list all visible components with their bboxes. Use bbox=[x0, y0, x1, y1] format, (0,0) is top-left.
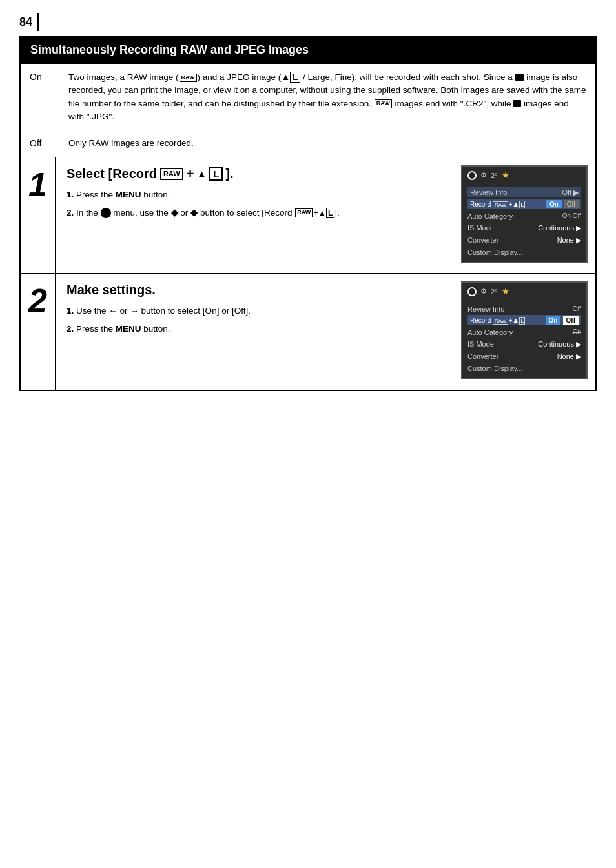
arr-sm-2: ▲ bbox=[512, 316, 519, 324]
menu-item-auto-cat-1: Auto Category On Off bbox=[467, 210, 581, 222]
step-1-instruction-2: 2. In the menu, use the ◆ or ◆ button to… bbox=[67, 206, 443, 220]
menu-item-converter-2: Converter None ▶ bbox=[467, 350, 581, 363]
is-mode-value-1: Continuous ▶ bbox=[538, 224, 581, 232]
menu-item-record-raw: Record RAW+▲L On Off bbox=[467, 199, 581, 209]
is-mode-value-2: Continuous ▶ bbox=[538, 340, 581, 348]
raw-icon2: RAW bbox=[375, 99, 392, 108]
step-1-menu-image: ⚙ 2° ★ Review Info Off ▶ Record RAW+▲L O… bbox=[453, 157, 595, 273]
menu-wrench-icon-2: ⚙ bbox=[480, 287, 487, 296]
custom-label-2: Custom Display... bbox=[467, 365, 522, 372]
step-2-menu-screenshot: ⚙ 2° ★ Review Info Off Record RAW+▲L On bbox=[461, 281, 588, 379]
l-badge-title: L bbox=[209, 167, 223, 181]
menu-top-icons-2: ⚙ 2° ★ bbox=[467, 287, 581, 299]
step-1-content: Select [Record RAW+▲L]. 1. Press the MEN… bbox=[56, 157, 453, 273]
converter-label-2: Converter bbox=[467, 352, 498, 361]
menu-camera-dot-2 bbox=[467, 287, 477, 296]
section-title: Simultaneously Recording RAW and JPEG Im… bbox=[20, 37, 596, 63]
off-badge-1: Off bbox=[564, 200, 579, 208]
step-1-title: Select [Record RAW+▲L]. bbox=[67, 167, 443, 181]
large-badge-title: ▲ bbox=[196, 168, 207, 180]
is-mode-label-2: IS Mode bbox=[467, 340, 494, 348]
review-info-label-2: Review Info bbox=[467, 305, 504, 313]
auto-cat-label-1: Auto Category bbox=[467, 212, 513, 220]
step-1-instruction-1: 1. Press the MENU button. bbox=[67, 188, 443, 202]
menu-item-review-info-2: Review Info Off bbox=[467, 303, 581, 315]
menu-camera-dot bbox=[467, 171, 477, 180]
raw-badge-2: RAW bbox=[295, 208, 313, 217]
table-row-on: On Two images, a RAW image (RAW) and a J… bbox=[21, 64, 596, 130]
off-label: Off bbox=[21, 130, 59, 157]
page-number-text: 84 bbox=[19, 15, 32, 29]
step-2-body: 1. Use the ← or → button to select [On] … bbox=[67, 304, 443, 336]
raw-icon: RAW bbox=[180, 74, 197, 83]
step-2-menu-image: ⚙ 2° ★ Review Info Off Record RAW+▲L On bbox=[453, 274, 595, 390]
is-mode-label-1: IS Mode bbox=[467, 224, 494, 232]
step-1-number: 1 bbox=[21, 157, 56, 273]
step-1-menu-screenshot: ⚙ 2° ★ Review Info Off ▶ Record RAW+▲L O… bbox=[461, 165, 588, 263]
menu-2dot-icon: 2° bbox=[491, 172, 498, 179]
menu-item-is-mode-1: IS Mode Continuous ▶ bbox=[467, 222, 581, 234]
jpeg-small-icon bbox=[513, 100, 521, 107]
table-row-off: Off Only RAW images are recorded. bbox=[21, 130, 596, 157]
page-container: 84 Simultaneously Recording RAW and JPEG… bbox=[0, 0, 616, 740]
custom-label-1: Custom Display... bbox=[467, 248, 522, 256]
step-2-instruction-2: 2. Press the MENU button. bbox=[67, 322, 443, 336]
camera-small-icon bbox=[515, 74, 524, 81]
raw-badge-title: RAW bbox=[160, 168, 183, 179]
menu-item-custom-1: Custom Display... bbox=[467, 247, 581, 258]
on-badge-1: On bbox=[546, 200, 562, 208]
record-raw-value-1: On Off bbox=[546, 200, 579, 208]
step-2-instruction-1: 1. Use the ← or → button to select [On] … bbox=[67, 304, 443, 318]
record-raw-value-2: On Off bbox=[546, 316, 579, 324]
review-info-value-1: Off ▶ bbox=[562, 188, 579, 197]
step-1-body: 1. Press the MENU button. 2. In the menu… bbox=[67, 188, 443, 219]
main-content-box: Simultaneously Recording RAW and JPEG Im… bbox=[19, 36, 597, 391]
step-2-number: 2 bbox=[21, 274, 56, 390]
large-icon: L bbox=[290, 72, 300, 83]
auto-cat-value-2: On bbox=[573, 328, 581, 336]
menu-top-icons-1: ⚙ 2° ★ bbox=[467, 170, 581, 183]
l-2: L bbox=[326, 208, 334, 218]
menu-star-icon: ★ bbox=[502, 170, 509, 180]
menu-wrench-icon: ⚙ bbox=[480, 171, 487, 179]
on-badge-2: On bbox=[546, 316, 561, 325]
menu-2dot-icon-2: 2° bbox=[491, 288, 498, 296]
bottom-whitespace bbox=[19, 404, 597, 727]
menu-item-review-info: Review Info Off ▶ bbox=[467, 187, 581, 197]
arrow-l: ▲ bbox=[318, 208, 326, 217]
off-badge-2: Off bbox=[563, 316, 579, 325]
converter-value-2: None ▶ bbox=[557, 352, 581, 361]
raw-sm: RAW bbox=[493, 201, 508, 208]
menu-item-auto-cat-2: Auto Category On bbox=[467, 327, 581, 338]
l-sm: L bbox=[519, 201, 525, 208]
menu-item-custom-2: Custom Display... bbox=[467, 363, 581, 374]
menu-item-is-mode-2: IS Mode Continuous ▶ bbox=[467, 338, 581, 350]
l-sm-2: L bbox=[519, 317, 525, 325]
camera-menu-icon bbox=[101, 208, 111, 218]
auto-cat-label-2: Auto Category bbox=[467, 328, 513, 336]
review-info-label-1: Review Info bbox=[470, 188, 507, 196]
step-2-content: Make settings. 1. Use the ← or → button … bbox=[56, 274, 453, 390]
converter-label-1: Converter bbox=[467, 236, 498, 245]
on-off-table: On Two images, a RAW image (RAW) and a J… bbox=[20, 63, 596, 157]
menu-item-record-raw-2: Record RAW+▲L On Off bbox=[467, 315, 581, 325]
record-raw-label-2: Record RAW+▲L bbox=[470, 316, 525, 324]
converter-value-1: None ▶ bbox=[557, 236, 581, 245]
raw-sm-2: RAW bbox=[493, 318, 508, 325]
off-description: Only RAW images are recorded. bbox=[59, 130, 596, 157]
jpeg-icon: ▲ bbox=[281, 72, 290, 82]
menu-item-converter-1: Converter None ▶ bbox=[467, 234, 581, 247]
steps-container: 1 Select [Record RAW+▲L]. 1. Press the M… bbox=[20, 157, 596, 390]
auto-cat-value-1: On Off bbox=[562, 212, 581, 220]
menu-star-icon-2: ★ bbox=[502, 287, 509, 296]
page-number: 84 bbox=[19, 13, 597, 31]
on-label: On bbox=[21, 64, 59, 130]
arr-sm: ▲ bbox=[512, 200, 519, 208]
review-info-value-2: Off bbox=[573, 305, 581, 313]
step-1-row: 1 Select [Record RAW+▲L]. 1. Press the M… bbox=[21, 157, 595, 274]
on-description: Two images, a RAW image (RAW) and a JPEG… bbox=[59, 64, 596, 130]
step-2-title: Make settings. bbox=[67, 283, 443, 298]
record-raw-label-1: Record RAW+▲L bbox=[470, 200, 525, 208]
step-2-row: 2 Make settings. 1. Use the ← or → butto… bbox=[21, 274, 595, 390]
